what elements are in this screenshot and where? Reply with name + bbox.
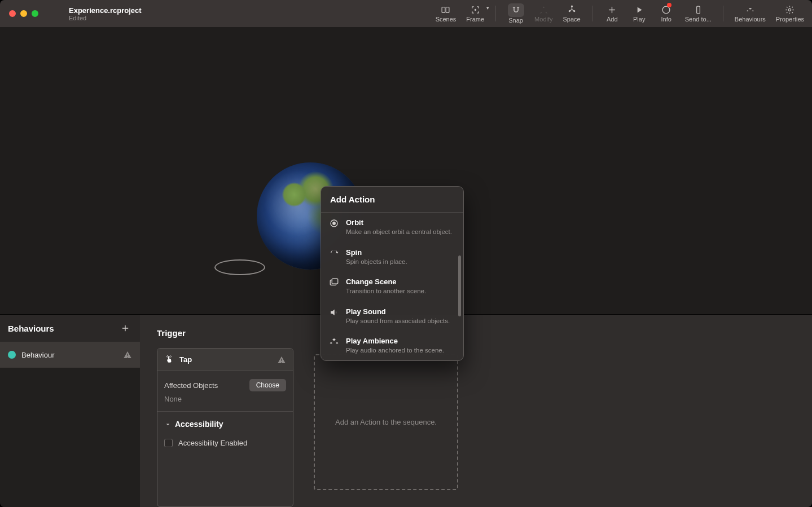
behaviours-icon [745,3,755,16]
add-behaviour-button[interactable] [118,321,132,335]
action-desc: Spin objects in place. [346,258,407,267]
plus-icon [607,3,617,16]
space-icon [567,3,577,16]
zoom-window-button[interactable] [32,10,38,17]
warning-icon [123,350,132,359]
accessibility-enabled-label: Accessibility Enabled [178,439,247,447]
action-desc: Transition to another scene. [346,287,426,296]
behaviours-button[interactable]: Behaviours [735,0,766,23]
minimize-window-button[interactable] [20,10,27,17]
accessibility-checkbox[interactable] [164,439,173,447]
behaviours-column: Behaviours Behaviour [0,315,140,507]
snap-label: Snap [508,17,523,24]
behaviours-empty-area [0,368,140,507]
info-button[interactable]: Info [658,0,675,23]
action-title: Spin [346,248,407,257]
sound-icon [329,307,339,318]
svg-point-4 [569,10,570,11]
modify-icon [539,3,548,16]
frame-button[interactable]: Frame ▾ [466,0,484,23]
action-title: Orbit [346,218,452,227]
behaviour-color-dot [8,351,16,359]
3d-viewport[interactable]: Behaviours Behaviour Trigger Tap [0,27,812,507]
action-item-play-ambience[interactable]: Play Ambience Play audio anchored to the… [321,331,463,360]
popover-scrollbar[interactable] [458,255,461,316]
scenes-label: Scenes [436,16,457,23]
toolbar-divider [723,6,723,21]
warning-icon [277,355,286,364]
ambience-icon [329,337,339,347]
tap-icon [164,355,174,364]
svg-point-8 [789,8,791,11]
affected-objects-value: None [164,395,286,403]
svg-point-5 [573,10,574,11]
action-desc: Make an object orbit a central object. [346,228,452,237]
orbit-icon [329,218,339,228]
drop-zone-placeholder: Add an Action to the sequence. [335,418,437,426]
window-controls [9,10,38,17]
notification-dot-icon [667,3,671,7]
action-item-spin[interactable]: Spin Spin objects in place. [321,243,463,272]
play-label: Play [633,16,645,23]
play-icon [634,3,644,16]
trigger-card: Tap Affected Objects Choose None Accessi… [157,348,293,507]
accessibility-heading: Accessibility [175,420,223,429]
send-to-label: Send to... [685,16,712,23]
scenes-button[interactable]: Scenes [436,0,457,23]
action-title: Play Sound [346,307,450,316]
toolbar: Scenes Frame ▾ Snap Modify Space Add Pla… [436,0,804,27]
action-desc: Play sound from associated objects. [346,317,450,326]
svg-rect-0 [442,7,446,12]
svg-rect-1 [446,7,450,12]
trigger-title: Trigger [157,328,293,338]
document-title: Experience.rcproject [69,6,142,15]
choose-objects-button[interactable]: Choose [249,379,286,391]
add-button[interactable]: Add [604,0,621,23]
close-window-button[interactable] [9,10,16,17]
action-item-play-sound[interactable]: Play Sound Play sound from associated ob… [321,302,463,332]
add-action-popover: Add Action Orbit Make an object orbit a … [321,186,464,361]
gear-icon [785,3,795,16]
frame-icon [471,3,480,16]
properties-button[interactable]: Properties [776,0,804,23]
scenes-icon [441,3,450,16]
behaviour-list-item[interactable]: Behaviour [0,342,140,368]
snap-icon [511,4,521,16]
send-to-button[interactable]: Send to... [685,0,712,23]
affected-objects-label: Affected Objects [164,381,218,390]
modify-button: Modify [534,0,552,23]
add-label: Add [607,16,618,23]
action-list: Orbit Make an object orbit a central obj… [321,213,463,360]
spin-icon [329,248,339,258]
document-title-block: Experience.rcproject Edited [69,6,142,21]
toolbar-divider [495,6,496,21]
frame-label: Frame [466,16,484,23]
accessibility-enabled-row[interactable]: Accessibility Enabled [157,433,293,457]
chevron-down-icon [164,421,172,428]
play-button[interactable]: Play [631,0,648,23]
action-item-orbit[interactable]: Orbit Make an object orbit a central obj… [321,213,463,243]
trigger-card-header[interactable]: Tap [157,349,293,371]
affected-objects-section: Affected Objects Choose None [157,371,293,412]
behaviours-label: Behaviours [735,16,766,23]
popover-title: Add Action [321,187,463,213]
device-icon [694,3,703,16]
accessibility-disclosure[interactable]: Accessibility [157,412,293,433]
action-drop-zone[interactable]: Add an Action to the sequence. [314,354,458,490]
snap-button[interactable]: Snap [507,0,524,24]
titlebar: Experience.rcproject Edited Scenes Frame… [0,0,812,27]
action-item-change-scene[interactable]: Change Scene Transition to another scene… [321,272,463,302]
popover-caret-icon [387,360,398,361]
svg-point-2 [475,9,476,10]
space-button[interactable]: Space [563,0,581,23]
info-label: Info [661,16,671,23]
svg-rect-7 [696,6,700,14]
trigger-column: Trigger Tap Affected Objects Choose None [140,315,304,507]
change-scene-icon [329,277,339,288]
document-subtitle: Edited [69,15,142,21]
svg-point-9 [333,222,336,225]
properties-label: Properties [776,16,804,23]
behaviours-title: Behaviours [8,324,54,333]
modify-label: Modify [534,16,552,23]
action-title: Play Ambience [346,337,444,345]
